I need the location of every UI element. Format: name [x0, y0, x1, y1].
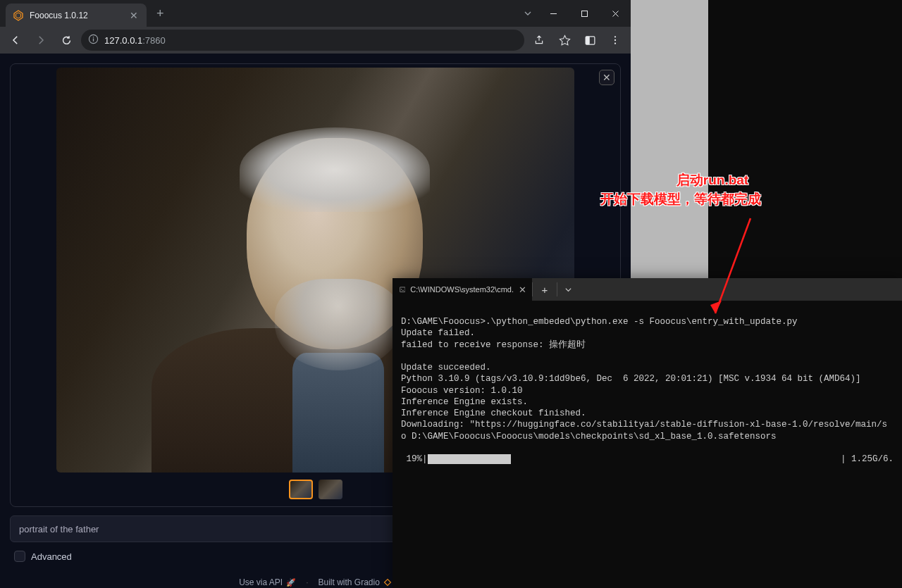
api-link[interactable]: Use via API 🚀 [239, 577, 296, 587]
reload-button[interactable] [56, 30, 77, 51]
terminal-dropdown-icon[interactable] [557, 286, 579, 294]
terminal-body[interactable]: D:\GAME\Fooocus>.\python_embeded\python.… [393, 301, 902, 588]
svg-point-12 [614, 39, 616, 41]
term-line: Fooocus version: 1.0.10 [401, 386, 523, 396]
term-line: Inference Engine exists. [401, 397, 528, 407]
term-line: Update succeeded. [401, 363, 491, 373]
advanced-checkbox[interactable] [14, 551, 25, 562]
close-tab-icon[interactable]: ✕ [128, 10, 140, 21]
progress-tail: | 1.25G/6. [841, 453, 894, 465]
progress-bar-filled [428, 454, 511, 464]
thumbnail-2[interactable] [319, 480, 342, 499]
progress-percent: 19%| [401, 453, 428, 465]
portrait-hair-shape [240, 127, 430, 212]
svg-point-13 [614, 43, 616, 44]
term-line: Python 3.10.9 (tags/v3.10.9:1dd9be6, Dec… [401, 374, 861, 384]
close-window-button[interactable] [600, 0, 631, 27]
svg-marker-1 [16, 13, 21, 18]
browser-tab-title: Fooocus 1.0.12 [30, 11, 88, 20]
background-dark-strip [708, 0, 902, 278]
gradio-icon [383, 578, 392, 587]
tab-dropdown-icon[interactable] [518, 9, 538, 18]
svg-marker-0 [14, 11, 23, 20]
term-line: Update failed. [401, 328, 475, 338]
minimize-button[interactable] [538, 0, 569, 27]
thumbnail-row [289, 480, 342, 499]
term-line: Downloading: "https://huggingface.co/sta… [401, 420, 887, 430]
annotation-text: 启动run.bat 开始下载模型，等待都完成 [600, 171, 761, 208]
forward-button[interactable] [30, 30, 51, 51]
terminal-window: C:\WINDOWS\system32\cmd. ✕ + D:\GAME\Foo… [393, 278, 902, 588]
browser-tab[interactable]: Fooocus 1.0.12 ✕ [6, 4, 147, 27]
share-button[interactable] [529, 30, 550, 51]
built-with-link[interactable]: Built with Gradio [319, 577, 392, 587]
back-button[interactable] [5, 30, 26, 51]
cmd-icon [400, 284, 405, 294]
url-port: :7860 [142, 35, 166, 46]
svg-rect-3 [581, 11, 587, 16]
new-tab-button[interactable]: + [156, 6, 164, 21]
footer-separator: · [306, 577, 308, 587]
advanced-label: Advanced [31, 551, 72, 562]
terminal-tab-close-icon[interactable]: ✕ [519, 284, 526, 295]
thumbnail-1[interactable] [289, 480, 313, 499]
terminal-titlebar: C:\WINDOWS\system32\cmd. ✕ + [393, 278, 902, 301]
close-image-button[interactable]: ✕ [599, 70, 614, 85]
portrait-beard-shape [275, 279, 402, 370]
terminal-tab-title: C:\WINDOWS\system32\cmd. [410, 285, 514, 294]
term-line: Inference Engine checkout finished. [401, 408, 586, 418]
bookmark-button[interactable] [554, 30, 575, 51]
browser-toolbar: 127.0.0.1:7860 [0, 27, 631, 54]
menu-button[interactable] [605, 30, 626, 51]
svg-point-11 [614, 36, 616, 37]
term-line: o D:\GAME\Fooocus\Fooocus\models\checkpo… [401, 432, 777, 442]
url-host: 127.0.0.1 [104, 35, 142, 46]
svg-rect-15 [400, 287, 405, 292]
portrait-shirt-shape [292, 353, 384, 473]
browser-tab-bar: Fooocus 1.0.12 ✕ + [0, 0, 631, 27]
rocket-icon: 🚀 [286, 578, 296, 587]
term-line: D:\GAME\Fooocus>.\python_embeded\python.… [401, 317, 798, 327]
terminal-tab[interactable]: C:\WINDOWS\system32\cmd. ✕ [393, 278, 532, 301]
site-info-icon[interactable] [88, 34, 99, 46]
prompt-text: portrait of the father [19, 524, 99, 534]
svg-marker-14 [384, 580, 390, 586]
address-bar[interactable]: 127.0.0.1:7860 [81, 30, 524, 51]
svg-point-7 [93, 37, 94, 38]
side-panel-button[interactable] [579, 30, 600, 51]
term-line: failed to receive response: 操作超时 [401, 340, 586, 350]
svg-rect-10 [586, 36, 590, 44]
progress-line: 19%|| 1.25G/6. [401, 453, 894, 465]
maximize-button[interactable] [569, 0, 600, 27]
terminal-new-tab-button[interactable]: + [532, 282, 557, 296]
fooocus-favicon-icon [13, 10, 24, 21]
